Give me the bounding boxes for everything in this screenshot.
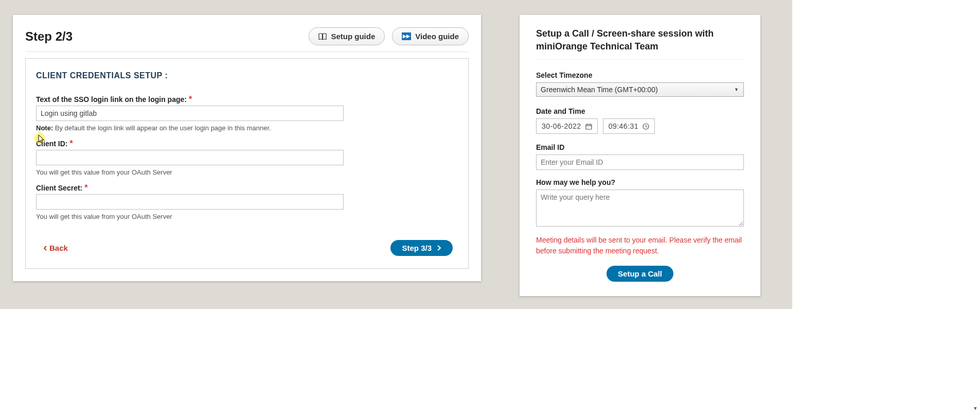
sso-text-label: Text of the SSO login link on the login …	[36, 95, 187, 104]
credentials-section-title: CLIENT CREDENTIALS SETUP :	[36, 71, 458, 80]
email-input[interactable]	[536, 154, 744, 170]
email-label: Email ID	[536, 143, 744, 151]
datetime-row: 30-06-2022 09:46:31	[536, 118, 744, 134]
client-secret-label: Client Secret:	[36, 184, 82, 192]
date-value: 30-06-2022	[542, 122, 581, 130]
timezone-select-wrap: Greenwich Mean Time (GMT+00:00)	[536, 82, 744, 97]
step-header: Step 2/3 Setup guide ▶▶ Video gu	[25, 27, 469, 52]
meeting-warning: Meeting details will be sent to your ema…	[536, 235, 744, 256]
credentials-box: CLIENT CREDENTIALS SETUP : Text of the S…	[25, 58, 469, 269]
setup-guide-label: Setup guide	[331, 32, 375, 41]
sso-text-note: Note: By default the login link will app…	[36, 124, 458, 132]
step-card: Step 2/3 Setup guide ▶▶ Video gu	[13, 15, 481, 281]
setup-guide-button[interactable]: Setup guide	[309, 27, 385, 45]
query-textarea[interactable]	[536, 190, 744, 227]
client-secret-help: You will get this value from your OAuth …	[36, 213, 458, 220]
date-input[interactable]: 30-06-2022	[536, 118, 598, 134]
required-mark: *	[84, 183, 87, 192]
field-client-id: Client ID:* You will get this value from…	[36, 139, 458, 176]
calendar-icon	[585, 123, 592, 130]
clock-icon	[643, 123, 649, 130]
time-value: 09:46:31	[609, 122, 639, 130]
guide-buttons: Setup guide ▶▶ Video guide	[309, 27, 469, 45]
back-label: Back	[49, 244, 68, 252]
note-prefix: Note:	[36, 124, 53, 132]
chevron-left-icon	[43, 246, 47, 251]
next-step-button[interactable]: Step 3/3	[390, 240, 453, 256]
next-label: Step 3/3	[402, 244, 432, 252]
step-actions: Back Step 3/3	[36, 240, 458, 256]
client-secret-input[interactable]	[36, 194, 344, 210]
book-icon	[318, 33, 327, 40]
setup-call-button[interactable]: Setup a Call	[607, 266, 673, 282]
field-client-secret: Client Secret:* You will get this value …	[36, 183, 458, 220]
time-input[interactable]: 09:46:31	[603, 118, 655, 134]
chevron-right-icon	[437, 245, 441, 251]
field-sso-text: Text of the SSO login link on the login …	[36, 95, 458, 132]
setup-call-card: Setup a Call / Screen-share session with…	[520, 15, 760, 296]
sso-text-input[interactable]	[36, 106, 344, 121]
video-guide-label: Video guide	[415, 32, 459, 41]
timezone-label: Select Timezone	[536, 71, 744, 79]
svg-rect-0	[586, 124, 592, 129]
required-mark: *	[189, 95, 192, 104]
client-id-label: Client ID:	[36, 140, 67, 148]
setup-call-title: Setup a Call / Screen-share session with…	[536, 27, 744, 60]
client-id-input[interactable]	[36, 150, 344, 165]
video-guide-button[interactable]: ▶▶ Video guide	[392, 27, 469, 45]
content-area: Step 2/3 Setup guide ▶▶ Video gu	[0, 0, 792, 309]
required-mark: *	[69, 139, 73, 148]
play-icon: ▶▶	[402, 32, 411, 40]
step-title: Step 2/3	[25, 29, 73, 44]
timezone-select[interactable]: Greenwich Mean Time (GMT+00:00)	[536, 82, 744, 97]
note-body: By default the login link will appear on…	[53, 124, 271, 132]
client-id-help: You will get this value from your OAuth …	[36, 168, 458, 176]
query-label: How may we help you?	[536, 178, 744, 186]
back-button[interactable]: Back	[43, 244, 68, 252]
datetime-label: Date and Time	[536, 107, 744, 115]
